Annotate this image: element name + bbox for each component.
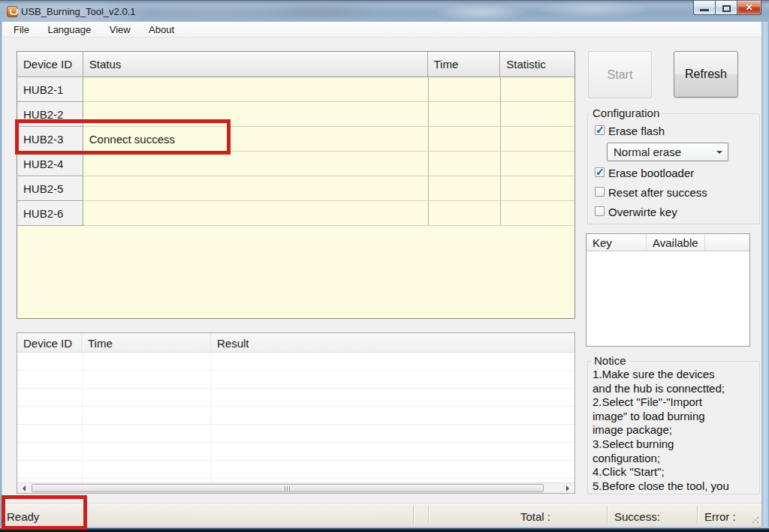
- device-row-hub2-5[interactable]: HUB2-5: [17, 176, 574, 201]
- maximize-button[interactable]: [715, 1, 737, 15]
- statistic-cell: [500, 152, 574, 176]
- close-icon: [737, 1, 761, 14]
- notice-line: image" to load burning: [593, 410, 758, 424]
- time-cell: [428, 176, 501, 201]
- scrollbar-grip-icon: [285, 486, 291, 491]
- erase-bootloader-label: Erase bootloader: [608, 167, 694, 179]
- status-divider: [697, 506, 698, 524]
- refresh-button[interactable]: Refresh: [674, 51, 738, 98]
- column-header-time[interactable]: Time: [82, 333, 211, 352]
- status-divider: [413, 506, 414, 524]
- device-id-cell: HUB2-1: [17, 77, 83, 102]
- resize-grip-icon[interactable]: [752, 516, 759, 524]
- status-divider: [607, 506, 608, 524]
- column-header-time[interactable]: Time: [428, 52, 501, 77]
- window-border-bottom: [0, 527, 769, 532]
- key-table-header: Key Available: [587, 234, 749, 251]
- notice-line: 5.Before close the tool, you: [593, 479, 758, 494]
- minimize-button[interactable]: [693, 1, 716, 15]
- column-divider: [211, 353, 212, 482]
- device-table-header: Device ID Status Time Statistic: [17, 52, 574, 77]
- status-cell: [83, 152, 428, 176]
- erase-mode-value: Normal erase: [614, 146, 681, 158]
- status-cell: [83, 176, 428, 201]
- status-total: Total :: [520, 510, 550, 523]
- notice-title: Notice: [591, 354, 629, 367]
- time-cell: [428, 201, 501, 226]
- device-status-table: Device ID Status Time Statistic HUB2-1 H…: [17, 51, 575, 319]
- notice-line: configuration;: [593, 452, 758, 466]
- column-header-status[interactable]: Status: [83, 52, 428, 77]
- time-cell: [428, 127, 501, 152]
- menu-about[interactable]: About: [141, 22, 182, 38]
- column-header-result[interactable]: Result: [211, 333, 574, 352]
- scroll-left-arrow-icon[interactable]: [18, 484, 30, 493]
- erase-mode-dropdown[interactable]: Normal erase: [607, 143, 728, 161]
- column-header-device-id[interactable]: Device ID: [17, 333, 82, 352]
- client-area: File Language View About Device ID Statu…: [2, 22, 761, 527]
- device-row-hub2-4[interactable]: HUB2-4: [17, 152, 574, 176]
- status-cell: [83, 77, 428, 102]
- column-header-device-id[interactable]: Device ID: [17, 52, 83, 77]
- notice-line: 2.Select "File"-"Import: [593, 395, 758, 410]
- column-header-key[interactable]: Key: [587, 234, 647, 251]
- close-button[interactable]: [737, 1, 761, 15]
- window-title: USB_Burning_Tool_v2.0.1: [21, 6, 136, 17]
- app-icon: [7, 6, 18, 17]
- statistic-cell: [500, 201, 574, 226]
- statistic-cell: [500, 102, 574, 127]
- menu-bar: File Language View About: [2, 22, 761, 38]
- chevron-down-icon: [716, 151, 722, 157]
- scroll-right-arrow-icon[interactable]: [562, 484, 574, 493]
- status-bar: Ready Total : Success: Error :: [2, 503, 761, 527]
- time-cell: [428, 102, 501, 127]
- highlight-box-ready: [2, 495, 87, 530]
- notice-line: 4.Click "Start";: [593, 465, 758, 479]
- result-table-body: [17, 353, 574, 482]
- configuration-title: Configuration: [590, 107, 662, 119]
- overwrite-key-label: Overwirte key: [608, 206, 677, 218]
- notice-line: and the hub is connectted;: [593, 382, 758, 396]
- minimize-icon: [700, 9, 709, 11]
- maximize-icon: [722, 5, 731, 12]
- overwrite-key-checkbox[interactable]: [595, 206, 605, 216]
- status-error: Error :: [704, 510, 736, 523]
- result-table-header: Device ID Time Result: [17, 333, 574, 353]
- menu-file[interactable]: File: [6, 22, 37, 38]
- erase-bootloader-checkbox[interactable]: [595, 167, 605, 177]
- notice-line: image package;: [593, 423, 758, 437]
- device-row-hub2-6[interactable]: HUB2-6: [17, 201, 574, 226]
- menu-view[interactable]: View: [102, 22, 138, 38]
- column-header-statistic[interactable]: Statistic: [500, 52, 574, 77]
- reset-after-success-checkbox[interactable]: [595, 187, 605, 197]
- device-id-cell: HUB2-4: [17, 152, 83, 176]
- statistic-cell: [500, 77, 574, 102]
- reset-after-success-label: Reset after success: [608, 186, 707, 199]
- horizontal-scrollbar[interactable]: [17, 482, 574, 493]
- titlebar[interactable]: USB_Burning_Tool_v2.0.1: [0, 0, 769, 22]
- key-table: Key Available: [586, 233, 750, 347]
- statistic-cell: [500, 127, 574, 152]
- column-divider: [82, 353, 83, 482]
- column-header-available[interactable]: Available: [647, 234, 705, 251]
- status-success: Success:: [614, 510, 660, 523]
- window-border-right: [761, 22, 769, 527]
- device-row-hub2-1[interactable]: HUB2-1: [17, 77, 574, 102]
- erase-flash-label: Erase flash: [608, 125, 665, 137]
- menu-language[interactable]: Language: [40, 22, 98, 38]
- highlight-box-hub2-3: [15, 119, 231, 155]
- start-button[interactable]: Start: [588, 51, 652, 98]
- device-id-cell: HUB2-5: [17, 176, 83, 201]
- erase-flash-checkbox[interactable]: [595, 125, 605, 135]
- scrollbar-thumb[interactable]: [32, 484, 544, 492]
- status-cell: [83, 201, 428, 226]
- notice-line: 3.Select burning: [593, 437, 758, 452]
- time-cell: [428, 77, 501, 102]
- result-log-table: Device ID Time Result: [17, 332, 575, 494]
- status-divider: [428, 506, 429, 524]
- time-cell: [428, 152, 501, 176]
- statistic-cell: [500, 176, 574, 201]
- device-id-cell: HUB2-6: [17, 201, 83, 226]
- notice-text: 1.Make sure the devices and the hub is c…: [593, 368, 758, 494]
- notice-line: 1.Make sure the devices: [593, 368, 758, 382]
